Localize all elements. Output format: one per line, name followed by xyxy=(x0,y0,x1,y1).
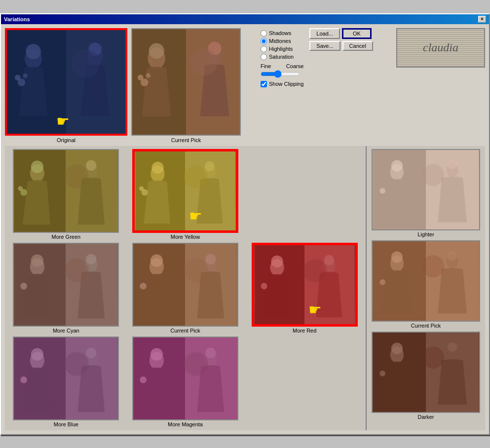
show-clipping-label: Show Clipping xyxy=(269,81,303,87)
more-yellow-image[interactable]: ☛ xyxy=(132,149,238,233)
svg-point-100 xyxy=(391,251,403,262)
highlights-radio[interactable] xyxy=(261,46,267,52)
center-current-pick-cell[interactable]: Current Pick xyxy=(127,243,244,334)
more-magenta-cell[interactable]: More Magenta xyxy=(127,336,244,427)
svg-point-31 xyxy=(65,164,89,188)
more-cyan-label: More Cyan xyxy=(53,328,79,334)
svg-point-68 xyxy=(303,259,327,282)
svg-point-36 xyxy=(151,161,163,173)
svg-point-50 xyxy=(65,258,89,282)
more-red-label: More Red xyxy=(293,328,316,334)
buttons-panel: Load... OK Save... Cancel xyxy=(309,28,373,51)
logo-text: claudia xyxy=(423,41,458,54)
more-blue-cell[interactable]: More Blue xyxy=(8,336,124,427)
svg-point-20 xyxy=(146,73,151,78)
svg-point-55 xyxy=(151,254,163,266)
svg-point-76 xyxy=(21,376,28,383)
svg-point-48 xyxy=(86,254,96,264)
more-green-cell[interactable]: More Green xyxy=(8,149,124,240)
svg-point-66 xyxy=(324,255,334,265)
svg-point-38 xyxy=(205,161,215,171)
right-current-pick-cell[interactable]: Current Pick xyxy=(370,240,482,329)
show-clipping-checkbox[interactable] xyxy=(261,81,267,87)
save-button[interactable]: Save... xyxy=(309,41,340,51)
darker-cell[interactable]: Darker xyxy=(370,332,482,420)
svg-point-91 xyxy=(391,160,403,171)
svg-point-75 xyxy=(86,347,96,358)
more-magenta-image[interactable] xyxy=(132,336,238,420)
coarse-label: Coarse xyxy=(286,63,303,69)
midtones-option[interactable]: Midtones xyxy=(261,38,303,44)
logo-area: claudia xyxy=(396,28,485,68)
lighter-image[interactable] xyxy=(372,149,480,230)
more-cyan-image[interactable] xyxy=(13,243,119,327)
lighter-cell[interactable]: Lighter xyxy=(370,149,482,237)
svg-point-19 xyxy=(138,75,144,80)
variations-grid: More Green xyxy=(5,146,366,430)
close-button[interactable]: × xyxy=(478,16,486,23)
saturation-option[interactable]: Saturation xyxy=(261,54,303,60)
title-text: Variations xyxy=(4,16,30,22)
right-current-pick-image[interactable] xyxy=(372,240,480,322)
tonal-range-group: Shadows Midtones Highlights Saturation xyxy=(261,30,303,60)
fine-coarse-slider-section: Fine Coarse xyxy=(261,63,303,78)
right-current-pick-label: Current Pick xyxy=(411,323,441,329)
center-current-pick-image[interactable] xyxy=(132,243,238,327)
more-yellow-cell[interactable]: ☛ More Yellow xyxy=(127,149,244,240)
shadows-label: Shadows xyxy=(269,30,291,36)
saturation-radio[interactable] xyxy=(261,54,267,60)
svg-point-59 xyxy=(184,258,208,282)
svg-point-49 xyxy=(21,283,28,290)
current-pick-top-label: Current Pick xyxy=(171,137,201,143)
highlights-label: Highlights xyxy=(269,46,293,52)
show-clipping-row[interactable]: Show Clipping xyxy=(261,81,303,87)
current-pick-top-cell: Current Pick xyxy=(131,28,241,143)
svg-point-109 xyxy=(391,342,403,354)
svg-point-103 xyxy=(379,279,385,285)
svg-point-64 xyxy=(271,255,283,267)
darker-image[interactable] xyxy=(372,332,480,413)
original-label: Original xyxy=(57,137,75,143)
svg-point-111 xyxy=(448,342,457,352)
ok-button[interactable]: OK xyxy=(342,28,372,39)
saturation-label: Saturation xyxy=(269,54,294,60)
more-blue-image[interactable] xyxy=(13,336,119,420)
variations-dialog: Variations × xyxy=(0,13,490,435)
svg-point-28 xyxy=(86,160,96,170)
shadows-radio[interactable] xyxy=(261,30,267,37)
svg-point-30 xyxy=(18,186,23,191)
original-image[interactable]: ☛ xyxy=(5,28,127,136)
svg-point-4 xyxy=(26,43,41,59)
svg-point-93 xyxy=(448,159,457,169)
svg-point-85 xyxy=(140,376,147,383)
cancel-button[interactable]: Cancel xyxy=(342,41,373,51)
controls-panel: Shadows Midtones Highlights Saturation xyxy=(259,28,305,89)
svg-point-9 xyxy=(23,73,28,78)
svg-point-94 xyxy=(379,188,385,194)
more-blue-label: More Blue xyxy=(54,421,78,427)
svg-point-73 xyxy=(31,348,43,360)
current-pick-top-image[interactable] xyxy=(131,28,241,136)
more-yellow-label: More Yellow xyxy=(171,234,200,240)
svg-point-40 xyxy=(139,186,144,190)
load-button[interactable]: Load... xyxy=(309,28,340,39)
more-green-image[interactable] xyxy=(13,149,119,233)
row3-col3-spacer xyxy=(246,336,352,427)
svg-point-77 xyxy=(65,352,89,376)
svg-point-112 xyxy=(379,371,385,376)
row1-col3-spacer xyxy=(246,149,352,240)
svg-point-95 xyxy=(422,164,444,186)
svg-point-82 xyxy=(151,348,163,360)
svg-point-26 xyxy=(31,160,43,173)
midtones-radio[interactable] xyxy=(261,38,267,44)
more-red-cell[interactable]: ☛ More Red xyxy=(246,243,363,334)
more-red-image[interactable]: ☛ xyxy=(252,243,358,327)
svg-point-57 xyxy=(205,254,216,264)
center-current-pick-label: Current Pick xyxy=(170,328,200,334)
more-cyan-cell[interactable]: More Cyan xyxy=(8,243,124,334)
fine-label: Fine xyxy=(261,63,271,69)
shadows-option[interactable]: Shadows xyxy=(261,30,303,37)
fine-coarse-slider[interactable] xyxy=(261,70,300,78)
highlights-option[interactable]: Highlights xyxy=(261,46,303,52)
svg-point-67 xyxy=(261,283,267,289)
